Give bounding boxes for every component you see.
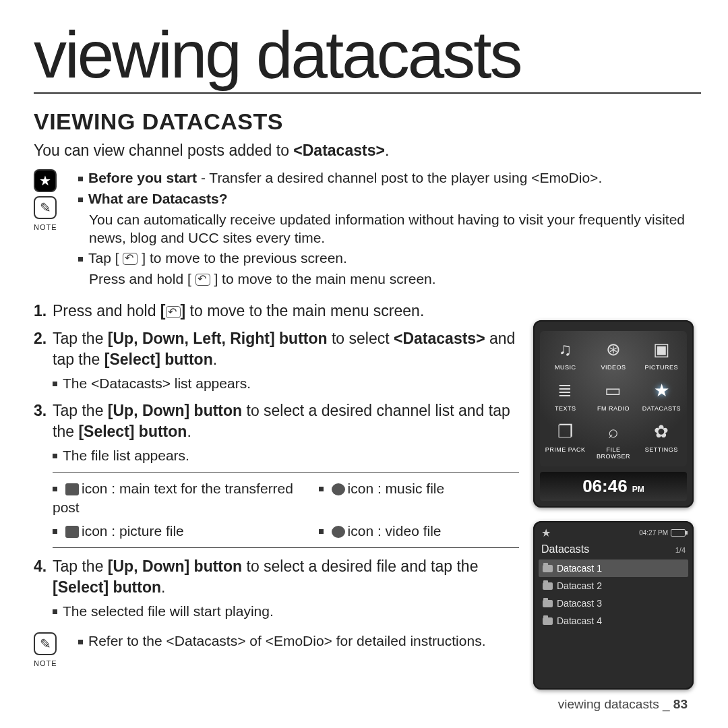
intro-line: You can view channel posts added to <Dat… bbox=[34, 142, 701, 160]
list-item-label: Datacast 1 bbox=[557, 563, 602, 574]
bullet-icon bbox=[78, 177, 83, 181]
menu-item-fm-radio[interactable]: ▭FM RADIO bbox=[590, 377, 636, 412]
step-3: Tap the [Up, Down] button to select a de… bbox=[34, 400, 519, 548]
section-heading: VIEWING DATACASTS bbox=[34, 109, 701, 135]
menu-item-label: DATACASTS bbox=[639, 405, 684, 412]
menu-item-label: FM RADIO bbox=[590, 405, 636, 412]
star-icon: ★ bbox=[34, 169, 57, 192]
list-item[interactable]: Datacast 1 bbox=[539, 559, 688, 577]
bottom-note: ✎ NOTE Refer to the <Datacasts> of <EmoD… bbox=[34, 632, 519, 667]
music-icon: ♫ bbox=[551, 336, 580, 362]
step-2: Tap the [Up, Down, Left, Right] button t… bbox=[34, 328, 519, 393]
menu-item-file-browser[interactable]: ⌕FILE BROWSER bbox=[590, 419, 636, 460]
music-icon bbox=[332, 483, 345, 495]
step-4: Tap the [Up, Down] button to select a de… bbox=[34, 556, 519, 621]
videos-icon: ⊛ bbox=[599, 336, 628, 362]
legend-video: icon : video file bbox=[319, 522, 519, 541]
bullet-icon bbox=[78, 257, 83, 262]
device-list-title: Datacasts bbox=[541, 543, 589, 555]
datacasts-icon: ★ bbox=[647, 377, 675, 403]
menu-item-settings[interactable]: ✿SETTINGS bbox=[639, 419, 684, 460]
menu-item-label: VIDEOS bbox=[590, 364, 636, 371]
back-icon bbox=[123, 253, 138, 265]
back-icon bbox=[166, 306, 181, 318]
legend-picture: icon : picture file bbox=[53, 522, 313, 541]
datacasts-icon: ★ bbox=[541, 526, 551, 539]
menu-item-label: TEXTS bbox=[543, 405, 588, 412]
list-item[interactable]: Datacast 2 bbox=[539, 577, 688, 595]
bullet-icon bbox=[53, 454, 57, 458]
menu-item-music[interactable]: ♫MUSIC bbox=[543, 336, 588, 371]
menu-item-label: MUSIC bbox=[543, 364, 588, 371]
video-icon bbox=[332, 526, 345, 538]
legend-music: icon : music file bbox=[319, 479, 519, 518]
texts-icon: ≣ bbox=[551, 377, 580, 403]
device-list-pager: 1/4 bbox=[675, 546, 686, 554]
icon-legend: icon : main text for the transferred pos… bbox=[53, 472, 519, 548]
folder-icon bbox=[543, 617, 553, 625]
folder-icon bbox=[543, 600, 553, 607]
fm-radio-icon: ▭ bbox=[599, 377, 628, 403]
note-block: ★ ✎ NOTE Before you start - Transfer a d… bbox=[34, 169, 701, 291]
device-status-time: 04:27 PM bbox=[639, 529, 668, 537]
list-item-label: Datacast 2 bbox=[557, 580, 602, 591]
menu-item-label: SETTINGS bbox=[639, 446, 684, 453]
bullet-icon bbox=[53, 382, 57, 386]
device-main-menu: ♫MUSIC⊛VIDEOS▣PICTURES≣TEXTS▭FM RADIO★DA… bbox=[533, 320, 694, 508]
note-label: NOTE bbox=[34, 223, 70, 231]
prime-pack-icon: ❐ bbox=[551, 419, 580, 444]
steps-list: Press and hold [] to move to the main me… bbox=[34, 301, 519, 621]
note-label: NOTE bbox=[34, 659, 70, 667]
folder-icon bbox=[543, 565, 553, 572]
legend-text: icon : main text for the transferred pos… bbox=[53, 479, 313, 518]
list-item-label: Datacast 4 bbox=[557, 615, 602, 626]
device-clock: 06:46 PM bbox=[540, 472, 687, 501]
menu-item-label: PRIME PACK bbox=[543, 446, 588, 453]
pencil-icon: ✎ bbox=[34, 196, 57, 219]
file-browser-icon: ⌕ bbox=[599, 419, 628, 444]
battery-icon bbox=[671, 529, 686, 537]
pictures-icon: ▣ bbox=[647, 336, 675, 362]
bullet-icon bbox=[78, 198, 83, 202]
menu-item-label: FILE BROWSER bbox=[590, 446, 636, 460]
document-icon bbox=[65, 483, 79, 495]
folder-icon bbox=[543, 582, 553, 590]
list-item-label: Datacast 3 bbox=[557, 598, 602, 609]
menu-item-pictures[interactable]: ▣PICTURES bbox=[639, 336, 684, 371]
list-item[interactable]: Datacast 4 bbox=[539, 612, 688, 630]
page-title: viewing datacasts bbox=[34, 20, 701, 94]
pencil-icon: ✎ bbox=[34, 632, 57, 655]
list-item[interactable]: Datacast 3 bbox=[539, 595, 688, 612]
settings-icon: ✿ bbox=[647, 419, 675, 444]
back-icon bbox=[195, 274, 210, 286]
step-1: Press and hold [] to move to the main me… bbox=[34, 301, 519, 322]
menu-item-prime-pack[interactable]: ❐PRIME PACK bbox=[543, 419, 588, 460]
menu-item-label: PICTURES bbox=[639, 364, 684, 371]
menu-item-texts[interactable]: ≣TEXTS bbox=[543, 377, 588, 412]
menu-item-videos[interactable]: ⊛VIDEOS bbox=[590, 336, 636, 371]
picture-icon bbox=[65, 526, 79, 538]
bullet-icon bbox=[53, 609, 57, 614]
bullet-icon bbox=[78, 640, 83, 644]
device-datacasts-list: ★ 04:27 PM Datacasts 1/4 Datacast 1Datac… bbox=[533, 521, 694, 690]
menu-item-datacasts[interactable]: ★DATACASTS bbox=[639, 377, 684, 412]
